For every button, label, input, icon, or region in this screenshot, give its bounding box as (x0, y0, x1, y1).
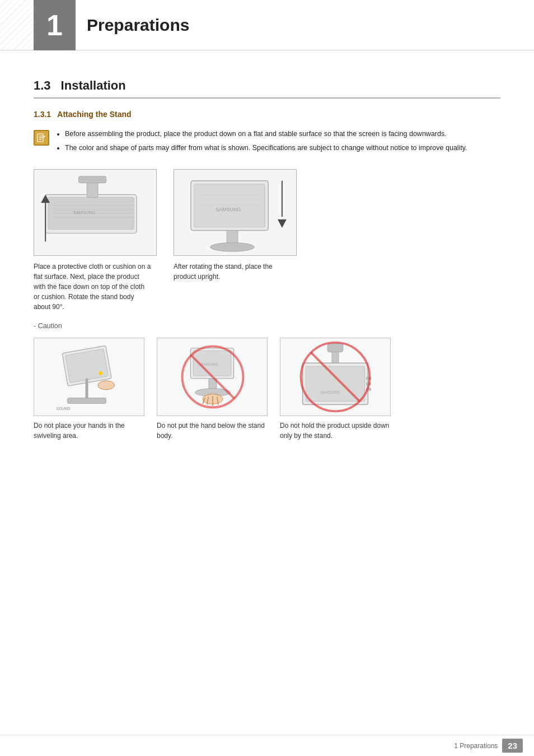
chapter-title: Preparations (87, 16, 189, 35)
caution-image-3: SAMSUNG (280, 338, 391, 416)
monitor-upright-image: SAMSUNG (174, 169, 297, 256)
image-caption-2: After rotating the stand, place the prod… (174, 262, 291, 282)
svg-point-32 (98, 380, 115, 389)
image-caption-1: Place a protective cloth or cushion on a… (34, 262, 151, 312)
footer-page-number: 23 (502, 739, 523, 753)
note-area: Before assembling the product, place the… (34, 129, 500, 157)
page-header: 1 Preparations (0, 0, 534, 50)
section-number: 1.3 (34, 78, 51, 93)
svg-text:SAMSUNG: SAMSUNG (216, 207, 241, 212)
caution-image-1: ✦ SOUND (34, 338, 144, 416)
chapter-number: 1 (46, 8, 63, 42)
caution-caption-1: Do not place your hands in the swiveling… (34, 421, 144, 441)
svg-marker-27 (278, 219, 287, 227)
note-list: Before assembling the product, place the… (55, 129, 500, 157)
caution-caption-2: Do not put the hand below the stand body… (157, 421, 268, 441)
caution-image-2: SAMSUNG (157, 338, 268, 416)
caution-block-3: SAMSUNG Do not hold the product upside d… (280, 338, 391, 441)
svg-rect-47 (327, 343, 343, 352)
page-content: 1.3 Installation 1.3.1 Attaching the Sta… (0, 67, 534, 474)
section-title-text: Installation (61, 78, 126, 93)
chapter-number-box: 1 (34, 0, 76, 50)
subsection-number: 1.3.1 (34, 110, 51, 119)
image-block-2: SAMSUNG After rotating the stand, place … (174, 169, 297, 282)
svg-point-21 (210, 242, 255, 251)
svg-text:SOUND: SOUND (57, 407, 71, 410)
caution-block-2: SAMSUNG Do not put the hand below the st… (157, 338, 268, 441)
svg-text:✦: ✦ (96, 368, 105, 379)
caution-row: ✦ SOUND Do not place your hands in the s… (34, 338, 500, 441)
svg-rect-10 (78, 176, 106, 183)
monitor-facedown-image: SAMSUNG (34, 169, 157, 256)
caution-block-1: ✦ SOUND Do not place your hands in the s… (34, 338, 144, 441)
main-image-row: SAMSUNG Place a protective cloth or cush… (34, 169, 500, 312)
section-1-3: 1.3 Installation (34, 78, 500, 99)
svg-rect-20 (227, 230, 238, 244)
image-block-1: SAMSUNG Place a protective cloth or cush… (34, 169, 157, 312)
caution-label: - Caution (34, 322, 500, 330)
svg-text:SAMSUNG: SAMSUNG (73, 209, 96, 214)
svg-rect-48 (332, 352, 339, 363)
svg-rect-31 (67, 398, 106, 403)
caution-caption-3: Do not hold the product upside down only… (280, 421, 391, 441)
page-footer: 1 Preparations 23 (0, 735, 534, 756)
header-bar: 1 Preparations (0, 0, 534, 50)
note-item-2: The color and shape of parts may differ … (65, 143, 500, 153)
footer-text: 1 Preparations 23 (454, 739, 523, 753)
subsection-title-text: Attaching the Stand (57, 110, 131, 119)
note-item-1: Before assembling the product, place the… (65, 129, 500, 139)
subsection-1-3-1: 1.3.1 Attaching the Stand (34, 110, 500, 119)
svg-text:SAMSUNG: SAMSUNG (320, 390, 340, 394)
footer-section-text: 1 Preparations (454, 742, 498, 750)
note-icon (34, 130, 49, 146)
